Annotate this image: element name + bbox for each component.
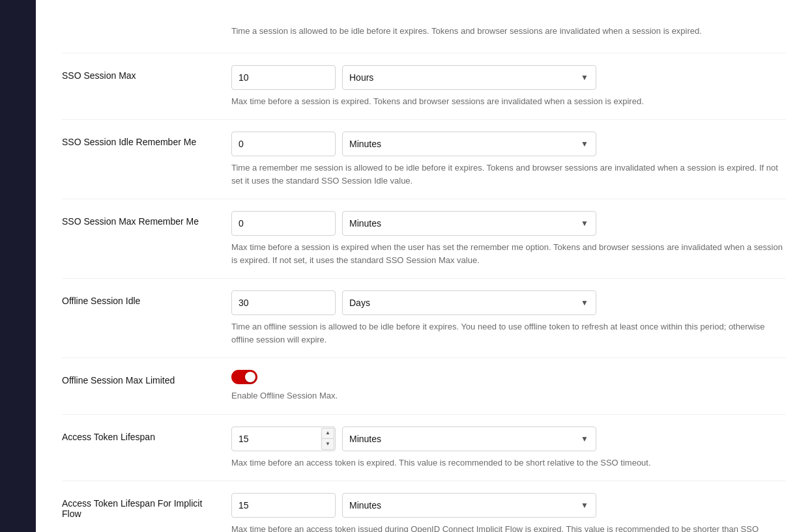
intro-description-row: Time a session is allowed to be idle bef… [62, 7, 786, 53]
sso-session-idle-remember-select[interactable]: Minutes Hours Days [342, 132, 596, 156]
sso-session-max-remember-select-wrapper: Minutes Hours Days ▼ [342, 211, 596, 236]
intro-content: Time a session is allowed to be idle bef… [231, 18, 786, 41]
main-content: Time a session is allowed to be idle bef… [36, 0, 812, 532]
sso-session-max-remember-content: Minutes Hours Days ▼ Max time before a s… [231, 211, 786, 266]
sso-session-idle-remember-inputs: Minutes Hours Days ▼ [231, 132, 786, 156]
sso-session-max-remember-desc: Max time before a session is expired whe… [231, 241, 786, 266]
sso-session-max-label: SSO Session Max [62, 65, 231, 81]
intro-desc-text: Time a session is allowed to be idle bef… [231, 18, 786, 41]
sso-session-max-inputs: Minutes Hours Days ▼ [231, 65, 786, 90]
sso-session-max-remember-inputs: Minutes Hours Days ▼ [231, 211, 786, 236]
offline-session-idle-content: Minutes Hours Days ▼ Time an offline ses… [231, 290, 786, 346]
access-token-lifespan-inputs: ▲ ▼ Minutes Hours Days ▼ [231, 427, 786, 451]
access-token-lifespan-input[interactable] [231, 427, 336, 451]
toggle-thumb [245, 372, 255, 382]
sso-session-max-select[interactable]: Minutes Hours Days [342, 65, 596, 90]
access-token-lifespan-content: ▲ ▼ Minutes Hours Days ▼ [231, 427, 786, 469]
offline-session-idle-desc: Time an offline session is allowed to be… [231, 320, 786, 346]
access-token-lifespan-implicit-content: Minutes Hours Days ▼ Max time before an … [231, 493, 786, 532]
offline-session-idle-inputs: Minutes Hours Days ▼ [231, 290, 786, 315]
access-token-lifespan-implicit-inputs: Minutes Hours Days ▼ [231, 493, 786, 518]
sso-session-idle-remember-desc: Time a remember me session is allowed to… [231, 161, 786, 187]
sso-session-idle-remember-content: Minutes Hours Days ▼ Time a remember me … [231, 132, 786, 187]
access-token-lifespan-implicit-input[interactable] [231, 493, 336, 518]
sso-session-idle-remember-select-wrapper: Minutes Hours Days ▼ [342, 132, 596, 156]
access-token-lifespan-select-wrapper: Minutes Hours Days ▼ [342, 427, 596, 451]
sso-session-max-remember-row: SSO Session Max Remember Me Minutes Hour… [62, 199, 786, 279]
offline-session-max-limited-desc: Enable Offline Session Max. [231, 389, 786, 402]
access-token-lifespan-implicit-desc: Max time before an access token issued d… [231, 523, 786, 532]
sso-session-max-select-wrapper: Minutes Hours Days ▼ [342, 65, 596, 90]
offline-session-idle-row: Offline Session Idle Minutes Hours Days … [62, 279, 786, 358]
sso-session-max-content: Minutes Hours Days ▼ Max time before a s… [231, 65, 786, 108]
access-token-lifespan-spinner-wrapper: ▲ ▼ [231, 427, 336, 451]
access-token-lifespan-label: Access Token Lifespan [62, 427, 231, 442]
sidebar [0, 0, 36, 532]
page-wrapper: Time a session is allowed to be idle bef… [0, 0, 812, 532]
sso-session-max-input[interactable] [231, 65, 336, 90]
access-token-lifespan-implicit-select[interactable]: Minutes Hours Days [342, 493, 596, 518]
settings-section: Time a session is allowed to be idle bef… [62, 0, 786, 532]
sso-session-idle-remember-row: SSO Session Idle Remember Me Minutes Hou… [62, 120, 786, 199]
sso-session-idle-remember-input[interactable] [231, 132, 336, 156]
toggle-track [231, 370, 257, 384]
intro-label [62, 18, 231, 23]
sso-session-max-remember-label: SSO Session Max Remember Me [62, 211, 231, 227]
toggle-wrapper [231, 370, 786, 384]
offline-session-idle-input[interactable] [231, 290, 336, 315]
sso-session-max-row: SSO Session Max Minutes Hours Days ▼ [62, 53, 786, 120]
access-token-lifespan-desc: Max time before an access token is expir… [231, 456, 786, 469]
offline-session-max-limited-row: Offline Session Max Limited Enable Offli… [62, 358, 786, 415]
offline-session-idle-label: Offline Session Idle [62, 290, 231, 306]
access-token-lifespan-decrement[interactable]: ▼ [321, 438, 334, 450]
access-token-lifespan-increment[interactable]: ▲ [321, 428, 334, 439]
offline-session-idle-select-wrapper: Minutes Hours Days ▼ [342, 290, 596, 315]
offline-session-idle-select[interactable]: Minutes Hours Days [342, 290, 596, 315]
access-token-lifespan-row: Access Token Lifespan ▲ ▼ Minutes [62, 415, 786, 482]
access-token-lifespan-select[interactable]: Minutes Hours Days [342, 427, 596, 451]
sso-session-idle-remember-label: SSO Session Idle Remember Me [62, 132, 231, 147]
access-token-lifespan-implicit-label: Access Token Lifespan For Implicit Flow [62, 493, 231, 519]
access-token-lifespan-spinners: ▲ ▼ [321, 428, 334, 450]
offline-session-max-limited-content: Enable Offline Session Max. [231, 370, 786, 402]
offline-session-max-limited-toggle[interactable] [231, 370, 257, 384]
offline-session-max-limited-label: Offline Session Max Limited [62, 370, 231, 385]
access-token-lifespan-implicit-row: Access Token Lifespan For Implicit Flow … [62, 481, 786, 532]
sso-session-max-remember-select[interactable]: Minutes Hours Days [342, 211, 596, 236]
access-token-lifespan-implicit-select-wrapper: Minutes Hours Days ▼ [342, 493, 596, 518]
sso-session-max-desc: Max time before a session is expired. To… [231, 95, 786, 108]
sso-session-max-remember-input[interactable] [231, 211, 336, 236]
